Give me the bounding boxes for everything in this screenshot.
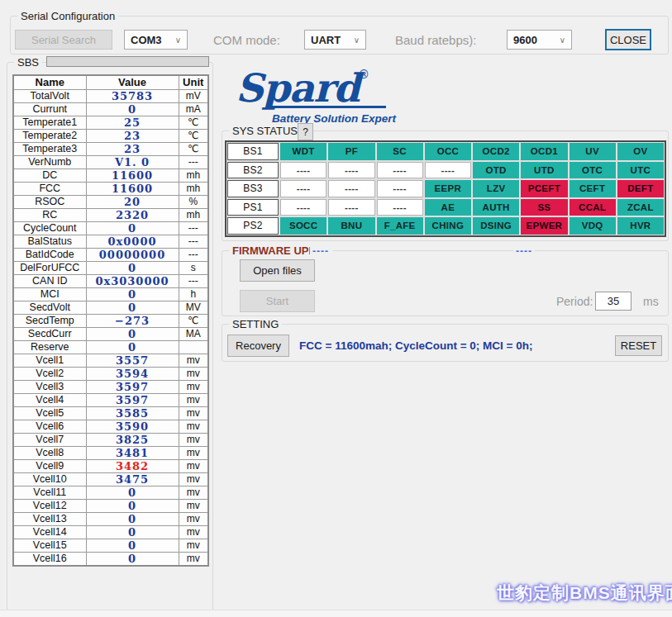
serial-search-label: Serial Search [31,34,96,46]
sbs-row-unit: mv [179,380,208,393]
status-row: PS1------------AEAUTHSSCCALZCAL [227,199,664,216]
sbs-row-name: Vcell10 [13,472,86,486]
sbs-row-name: Vcell15 [13,539,86,552]
baud-rate-value: 9600 [513,34,537,46]
sbs-row-value: 3597 [86,380,179,393]
sbs-row-unit: --- [179,274,208,287]
sbs-row-value: 0 [86,499,179,512]
status-flag-cell: OTD [473,162,519,179]
baud-rate-select[interactable]: 9600 ∨ [507,30,572,50]
status-row-label: BS2 [227,162,279,179]
sbs-row-value: 0 [86,486,179,499]
status-row: BS3------------EEPRLZVPCEFTCEFTDEFT [227,180,664,197]
sbs-row-value: 0 [86,261,179,274]
sbs-row-name: DelForUFCC [13,261,86,274]
sbs-row-unit: mv [179,354,208,367]
start-button[interactable]: Start [240,290,315,312]
status-flag-cell: ---- [328,180,374,197]
sbs-header-row: Name Value Unit [13,75,208,89]
sbs-row-name: Vcell2 [13,367,86,380]
table-row: Vcell23594mv [13,367,208,380]
status-flag-cell: OTC [570,162,616,179]
table-row: DC11600mh [13,168,208,182]
recovery-button[interactable]: Recovery [227,335,289,357]
serial-search-button[interactable]: Serial Search [15,30,112,50]
status-flag-cell: OCC [425,143,471,160]
table-row: FCC11600mh [13,182,208,195]
spard-logo: Spard® Battery Solution Expert [236,68,409,125]
registered-trademark-icon: ® [360,68,368,81]
com-port-value: COM3 [131,34,162,46]
table-row: Vcell160mv [13,552,208,566]
table-row: BalStatus0x0000--- [13,235,208,248]
sys-status-title: SYS STATUS [229,125,301,137]
sbs-row-name: Vcell12 [13,499,86,512]
sbs-row-name: Temperate2 [13,129,86,142]
status-flag-cell: F_AFE [377,217,423,235]
sbs-row-name: Vcell14 [13,525,86,539]
sys-status-grid: BS1WDTPFSCOCCOCD2OCD1UVOVBS2------------… [225,140,666,237]
sbs-row-unit: mh [179,208,208,221]
sbs-row-unit: mv [179,406,208,420]
chevron-down-icon: ∨ [560,36,571,45]
sbs-row-unit: mv [179,459,208,472]
com-port-select[interactable]: COM3 ∨ [124,30,188,50]
table-row: Vcell13557mv [13,354,208,367]
sbs-row-name: Vcell3 [13,380,86,393]
status-flag-cell: OCD1 [521,143,567,160]
serial-configuration-title: Serial Configuration [17,10,118,22]
status-flag-cell: EEPR [425,180,471,197]
status-flag-cell: PCEFT [521,180,567,197]
sbs-row-name: Currunt [13,102,86,116]
sbs-row-name: SecdVolt [13,301,86,314]
table-row: SecdCurr0MA [13,327,208,340]
sbs-row-value: 0 [86,301,179,314]
chevron-down-icon: ∨ [175,36,187,45]
status-row: BS2----------------OTDUTDOTCUTC [227,162,664,179]
sbs-row-value: 35783 [86,89,179,102]
table-row: CycleCount0--- [13,221,208,235]
reset-button[interactable]: RESET [615,335,662,356]
table-row: RC2320mh [13,208,208,221]
com-mode-select[interactable]: UART ∨ [304,30,366,50]
sbs-row-value: V1. 0 [86,155,179,168]
sbs-row-name: Vcell4 [13,393,86,406]
sbs-row-value: 0 [86,512,179,525]
help-icon: ? [303,126,308,138]
status-row-label: BS3 [227,180,279,197]
sbs-row-name: Reserve [13,340,86,354]
sbs-row-value: 3597 [86,393,179,406]
sbs-row-value: 3481 [86,446,179,459]
sys-status-help-button[interactable]: ? [298,123,313,140]
status-flag-cell: EPWER [521,217,567,235]
status-flag-cell: ---- [280,162,326,179]
sbs-row-unit: mv [179,486,208,499]
sbs-row-unit: --- [179,235,208,248]
sbs-row-value: 0 [86,221,179,235]
sbs-row-unit: MA [179,327,208,340]
start-label: Start [266,295,288,307]
sbs-row-value: 0x3030000 [86,274,179,287]
open-files-button[interactable]: Open files [240,259,315,282]
table-row: CAN ID0x3030000--- [13,274,208,287]
close-button[interactable]: CLOSE [605,29,651,50]
sbs-row-value: 2320 [86,208,179,221]
sbs-row-name: Vcell9 [13,459,86,472]
sbs-row-unit: mA [179,102,208,116]
sbs-row-name: MCI [13,287,86,301]
com-mode-value: UART [311,34,341,46]
status-flag-cell: UV [570,143,616,160]
sbs-row-unit: MV [179,301,208,314]
sbs-row-unit: mv [179,420,208,433]
sbs-row-name: Vcell16 [13,552,86,566]
table-row: MCI0h [13,287,208,301]
sbs-row-name: Vcell13 [13,512,86,525]
sbs-table-body: TotalVolt35783mVCurrunt0mATemperate125℃T… [13,89,208,566]
table-row: Vcell73825mv [13,433,208,446]
sbs-row-value: 3825 [86,433,179,446]
period-input[interactable] [595,292,631,311]
status-flag-cell: ---- [328,162,374,179]
sbs-row-unit: mh [179,182,208,195]
table-row: SecdVolt0MV [13,301,208,314]
table-row: Vcell120mv [13,499,208,512]
